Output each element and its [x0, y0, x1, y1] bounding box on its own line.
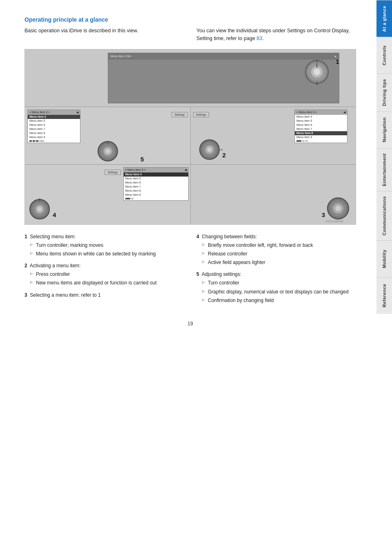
item-number-4: 4: [196, 234, 199, 239]
sidebar-tab-reference[interactable]: Reference: [376, 277, 392, 314]
svg-point-16: [37, 207, 42, 212]
sub-item: Graphic display, numerical value or text…: [202, 288, 356, 296]
svg-point-3: [314, 69, 320, 75]
sub-item: Turn controller: [202, 279, 356, 287]
intro-left: Basic operation via iDrive is described …: [24, 27, 184, 43]
intro-right: You can view the individual steps under …: [196, 27, 356, 43]
diagram-number-4: 4: [53, 211, 56, 218]
page-ref-link[interactable]: 83: [256, 36, 262, 41]
list-item-2: 2 Activating a menu item: Press controll…: [24, 262, 184, 287]
content-col-left: 1 Selecting menu item: Turn controller; …: [24, 233, 184, 309]
sub-item: Menu items shown in white can be selecte…: [30, 250, 184, 258]
item-number-1: 1: [24, 234, 27, 239]
sub-item: Turn controller; marking moves: [30, 242, 184, 249]
sub-item: Active field appears lighter: [202, 259, 356, 266]
sidebar-tab-communications[interactable]: Communications: [376, 191, 392, 240]
sub-list-2: Press controller New menu items are disp…: [30, 271, 184, 287]
sub-list-4: Briefly move controller left, right, for…: [202, 242, 356, 267]
sidebar-tab-driving-tips[interactable]: Driving tips: [376, 74, 392, 111]
main-content: Operating principle at a glance Basic op…: [0, 0, 376, 343]
diagram-number-5: 5: [140, 156, 144, 163]
sidebar: At a glance Controls Driving tips Naviga…: [376, 0, 392, 555]
diagram-number-1: 1: [336, 58, 339, 65]
svg-point-12: [207, 147, 212, 152]
svg-point-8: [105, 149, 110, 154]
page-number: 19: [24, 321, 356, 327]
diagram-number-3: 3: [322, 211, 325, 218]
svg-point-20: [335, 206, 341, 211]
list-item-4: 4 Changing between fields: Briefly move …: [196, 233, 356, 267]
sub-list-1: Turn controller; marking moves Menu item…: [30, 242, 184, 258]
sidebar-tab-navigation[interactable]: Navigation: [376, 111, 392, 148]
sidebar-tab-controls[interactable]: Controls: [376, 37, 392, 74]
intro-columns: Basic operation via iDrive is described …: [24, 27, 356, 43]
sub-item: Press controller: [30, 271, 184, 278]
item-number-3: 3: [24, 292, 27, 298]
sub-item: Release controller: [202, 250, 356, 258]
sidebar-tab-entertainment[interactable]: Entertainment: [376, 148, 392, 191]
section-title: Operating principle at a glance: [24, 16, 356, 23]
diagram-number-2: 2: [223, 152, 226, 159]
content-col-right: 4 Changing between fields: Briefly move …: [196, 233, 356, 309]
sidebar-tab-at-a-glance[interactable]: At a glance: [376, 0, 392, 37]
sub-item: New menu items are displayed or function…: [30, 279, 184, 287]
sub-list-5: Turn controller Graphic display, numeric…: [202, 279, 356, 304]
sub-item: Confirmation by changing field: [202, 297, 356, 304]
item-number-2: 2: [24, 263, 27, 269]
diagram-container: Menu item 3 Mi» ● ↑ ↓: [24, 49, 356, 225]
item-number-5: 5: [196, 271, 199, 277]
list-item-3: 3 Selecting a menu item: refer to 1: [24, 291, 184, 299]
diagram-watermark: V2201452045: [325, 220, 343, 223]
sidebar-tab-mobility[interactable]: Mobility: [376, 240, 392, 277]
list-item-1: 1 Selecting menu item: Turn controller; …: [24, 233, 184, 258]
content-columns: 1 Selecting menu item: Turn controller; …: [24, 233, 356, 309]
list-item-5: 5 Adjusting settings: Turn controller Gr…: [196, 271, 356, 304]
sub-item: Briefly move controller left, right, for…: [202, 242, 356, 249]
